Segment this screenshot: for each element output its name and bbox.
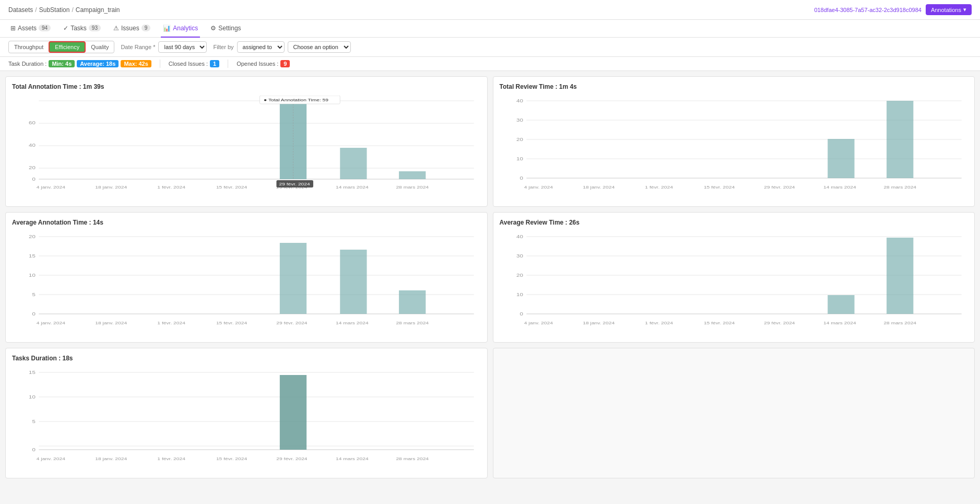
svg-text:4 janv. 2024: 4 janv. 2024 (37, 456, 65, 461)
analytics-icon: 📊 (163, 25, 171, 32)
svg-rect-53 (280, 243, 306, 314)
filter-bar: Throughput Efficiency Quality Date Range… (0, 38, 980, 57)
svg-text:29 févr. 2024: 29 févr. 2024 (279, 182, 310, 186)
tab-quality[interactable]: Quality (86, 42, 114, 52)
tasks-icon: ✓ (63, 25, 68, 32)
svg-text:4 janv. 2024: 4 janv. 2024 (524, 321, 552, 325)
filter-by-group: Filter by assigned to Choose an option (213, 41, 350, 53)
svg-text:1 févr. 2024: 1 févr. 2024 (645, 185, 673, 190)
svg-rect-54 (340, 250, 367, 314)
top-bar: Datasets / SubStation / Campaign_train 0… (0, 0, 980, 20)
filter-date-range: Date Range * last 90 days (121, 41, 207, 53)
stat-opened-issues: Opened Issues : 9 (237, 60, 290, 67)
filter-by-label: Filter by (213, 44, 233, 50)
svg-text:30: 30 (516, 253, 523, 259)
svg-text:10: 10 (516, 292, 523, 297)
nav-label-tasks: Tasks (70, 25, 87, 32)
svg-text:15 févr. 2024: 15 févr. 2024 (703, 321, 734, 325)
svg-text:20: 20 (29, 234, 36, 239)
nav-item-tasks[interactable]: ✓ Tasks 93 (61, 20, 103, 38)
svg-rect-73 (828, 295, 854, 314)
svg-text:40: 40 (516, 98, 523, 103)
opened-issues-badge: 9 (280, 60, 290, 67)
svg-text:10: 10 (29, 394, 36, 400)
avg-annotation-title: Average Annotation Time : 14s (12, 219, 481, 226)
svg-text:60: 60 (29, 120, 36, 125)
nav-label-analytics: Analytics (173, 25, 198, 32)
min-badge: Min: 4s (49, 60, 75, 67)
svg-rect-10 (340, 148, 367, 179)
stat-divider1 (160, 60, 160, 68)
svg-text:40: 40 (29, 143, 36, 148)
svg-text:15: 15 (29, 253, 36, 259)
chart-card-total-annotation: Total Annotation Time : 1m 39s 0 20 40 6… (5, 76, 488, 207)
svg-text:5: 5 (32, 292, 36, 297)
svg-text:0: 0 (519, 311, 523, 317)
svg-text:0: 0 (519, 175, 523, 181)
chevron-down-icon: ▾ (963, 6, 966, 13)
breadcrumb-sep1: / (35, 6, 37, 14)
grid-icon: ⊞ (10, 25, 16, 32)
tab-throughput[interactable]: Throughput (9, 42, 49, 52)
chart-card-empty (493, 348, 975, 478)
svg-rect-91 (280, 375, 306, 450)
svg-text:15 févr. 2024: 15 févr. 2024 (216, 185, 247, 190)
breadcrumb: Datasets / SubStation / Campaign_train (8, 6, 120, 14)
svg-text:28 mars 2024: 28 mars 2024 (396, 185, 429, 190)
annotations-button[interactable]: Annotations ▾ (926, 4, 972, 15)
avg-review-title: Average Review Time : 26s (500, 219, 969, 226)
nav-label-settings: Settings (218, 25, 241, 32)
svg-text:18 janv. 2024: 18 janv. 2024 (95, 321, 127, 325)
svg-text:10: 10 (516, 156, 523, 161)
opened-issues-label: Opened Issues : (237, 61, 278, 67)
nav-label-assets: Assets (18, 25, 37, 32)
top-right: 018dfae4-3085-7a57-ac32-2c3d918c0984 Ann… (814, 4, 972, 15)
tab-group: Throughput Efficiency Quality (8, 41, 114, 53)
annotations-label: Annotations (931, 7, 961, 13)
nav-bar: ⊞ Assets 94 ✓ Tasks 93 ⚠ Issues 9 📊 Anal… (0, 20, 980, 38)
breadcrumb-substation[interactable]: SubStation (39, 6, 70, 14)
nav-badge-assets: 94 (39, 25, 51, 31)
tasks-duration-chart: 0 5 10 15 4 janv. 2024 18 janv. 2024 1 f… (12, 367, 481, 472)
svg-text:15 févr. 2024: 15 févr. 2024 (216, 321, 247, 325)
svg-text:15 févr. 2024: 15 févr. 2024 (703, 185, 734, 190)
svg-text:1 févr. 2024: 1 févr. 2024 (645, 321, 673, 325)
svg-rect-34 (828, 139, 854, 178)
svg-text:20: 20 (516, 273, 523, 278)
uuid-label: 018dfae4-3085-7a57-ac32-2c3d918c0984 (814, 7, 922, 13)
svg-text:28 mars 2024: 28 mars 2024 (396, 321, 429, 325)
date-range-select[interactable]: last 90 days (158, 41, 207, 53)
svg-text:14 mars 2024: 14 mars 2024 (336, 456, 369, 461)
chart-card-total-review: Total Review Time : 1m 4s 0 10 20 30 40 (493, 76, 975, 207)
svg-text:0: 0 (32, 311, 36, 317)
svg-text:1 févr. 2024: 1 févr. 2024 (157, 185, 185, 190)
svg-text:28 mars 2024: 28 mars 2024 (396, 456, 429, 461)
svg-text:18 janv. 2024: 18 janv. 2024 (95, 185, 127, 190)
tasks-duration-title: Tasks Duration : 18s (12, 355, 481, 362)
stat-divider2 (228, 60, 228, 68)
svg-text:15 févr. 2024: 15 févr. 2024 (216, 456, 247, 461)
choose-option-select[interactable]: Choose an option (288, 41, 351, 53)
breadcrumb-datasets[interactable]: Datasets (8, 6, 33, 14)
nav-item-analytics[interactable]: 📊 Analytics (161, 20, 200, 38)
svg-text:29 févr. 2024: 29 févr. 2024 (764, 185, 795, 190)
chart-row-2: Average Annotation Time : 14s 0 5 10 15 … (5, 212, 975, 343)
nav-item-settings[interactable]: ⚙ Settings (208, 20, 243, 38)
task-duration-label: Task Duration : (8, 61, 46, 67)
svg-text:15: 15 (29, 370, 36, 375)
nav-item-issues[interactable]: ⚠ Issues 9 (111, 20, 152, 38)
nav-badge-issues: 9 (141, 25, 151, 31)
nav-item-assets[interactable]: ⊞ Assets 94 (8, 20, 53, 38)
tab-efficiency[interactable]: Efficiency (49, 41, 86, 53)
svg-text:10: 10 (29, 273, 36, 278)
breadcrumb-campaign[interactable]: Campaign_train (76, 6, 120, 14)
svg-text:20: 20 (516, 137, 523, 142)
svg-text:14 mars 2024: 14 mars 2024 (823, 321, 856, 325)
svg-text:29 févr. 2024: 29 févr. 2024 (276, 321, 307, 325)
filter-by-select[interactable]: assigned to (237, 41, 285, 53)
gear-icon: ⚙ (210, 25, 216, 32)
svg-text:1 févr. 2024: 1 févr. 2024 (157, 456, 185, 461)
svg-text:14 mars 2024: 14 mars 2024 (336, 185, 369, 190)
stat-closed-issues: Closed Issues : 1 (169, 60, 219, 67)
svg-text:18 janv. 2024: 18 janv. 2024 (583, 185, 615, 190)
